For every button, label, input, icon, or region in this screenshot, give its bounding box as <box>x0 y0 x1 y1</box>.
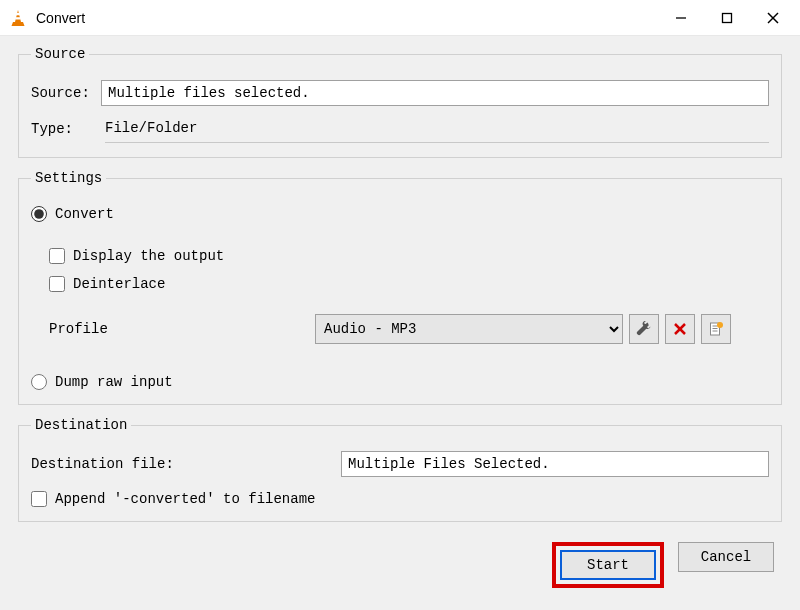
svg-point-14 <box>717 322 723 328</box>
svg-marker-3 <box>12 22 25 26</box>
dump-raw-row[interactable]: Dump raw input <box>31 374 769 390</box>
settings-group: Settings Convert Display the output Dein… <box>18 170 782 405</box>
convert-radio-label: Convert <box>55 206 114 222</box>
close-button[interactable] <box>750 0 796 36</box>
type-value: File/Folder <box>105 120 769 143</box>
append-converted-checkbox[interactable] <box>31 491 47 507</box>
start-button-highlight: Start <box>552 542 664 588</box>
new-document-icon <box>708 321 724 337</box>
settings-legend: Settings <box>31 170 106 186</box>
minimize-icon <box>675 12 687 24</box>
minimize-button[interactable] <box>658 0 704 36</box>
destination-file-label: Destination file: <box>31 456 341 472</box>
type-label: Type: <box>31 121 101 143</box>
deinterlace-row[interactable]: Deinterlace <box>49 276 769 292</box>
window-controls <box>658 0 796 36</box>
deinterlace-checkbox[interactable] <box>49 276 65 292</box>
source-label: Source: <box>31 85 101 101</box>
button-bar: Start Cancel <box>18 534 782 588</box>
source-input[interactable] <box>101 80 769 106</box>
close-icon <box>766 11 780 25</box>
delete-x-icon <box>673 322 687 336</box>
convert-radio[interactable] <box>31 206 47 222</box>
profile-select[interactable]: Audio - MP3 <box>315 314 623 344</box>
svg-rect-1 <box>16 13 20 15</box>
new-profile-button[interactable] <box>701 314 731 344</box>
convert-dialog: Convert Source Source: Type: File/Folder <box>0 0 800 610</box>
title-bar: Convert <box>0 0 800 36</box>
svg-rect-2 <box>15 17 20 19</box>
deinterlace-label: Deinterlace <box>73 276 165 292</box>
display-output-label: Display the output <box>73 248 224 264</box>
display-output-row[interactable]: Display the output <box>49 248 769 264</box>
dump-raw-radio[interactable] <box>31 374 47 390</box>
append-converted-row[interactable]: Append '-converted' to filename <box>31 491 769 507</box>
destination-file-input[interactable] <box>341 451 769 477</box>
display-output-checkbox[interactable] <box>49 248 65 264</box>
vlc-cone-icon <box>8 8 28 28</box>
dialog-body: Source Source: Type: File/Folder Setting… <box>0 36 800 610</box>
window-title: Convert <box>36 10 658 26</box>
dump-raw-label: Dump raw input <box>55 374 173 390</box>
destination-legend: Destination <box>31 417 131 433</box>
svg-marker-0 <box>15 10 21 22</box>
cancel-button[interactable]: Cancel <box>678 542 774 572</box>
source-legend: Source <box>31 46 89 62</box>
destination-group: Destination Destination file: Append '-c… <box>18 417 782 522</box>
maximize-button[interactable] <box>704 0 750 36</box>
wrench-icon <box>636 321 652 337</box>
maximize-icon <box>721 12 733 24</box>
edit-profile-button[interactable] <box>629 314 659 344</box>
profile-label: Profile <box>49 321 309 337</box>
delete-profile-button[interactable] <box>665 314 695 344</box>
append-converted-label: Append '-converted' to filename <box>55 491 315 507</box>
start-button[interactable]: Start <box>560 550 656 580</box>
svg-rect-5 <box>723 13 732 22</box>
profile-row: Profile Audio - MP3 <box>49 314 769 344</box>
convert-radio-row[interactable]: Convert <box>31 206 769 222</box>
source-group: Source Source: Type: File/Folder <box>18 46 782 158</box>
